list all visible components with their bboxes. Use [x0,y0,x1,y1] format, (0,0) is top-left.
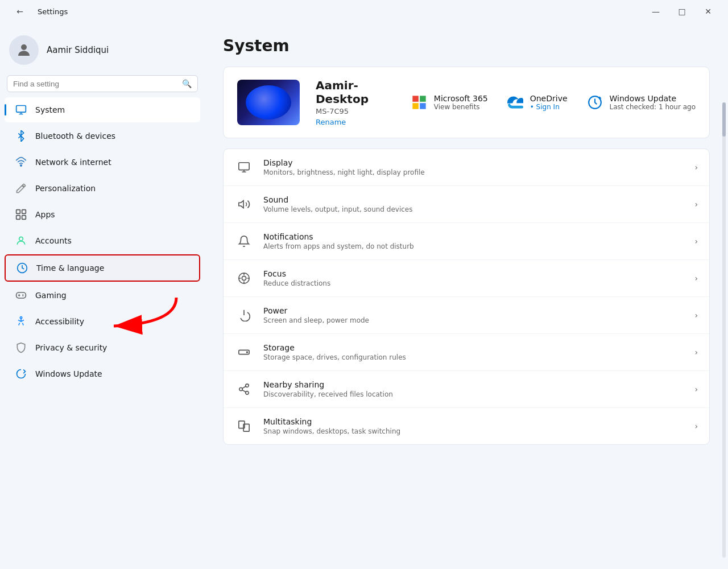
search-box[interactable]: 🔍 [7,75,198,92]
sidebar-item-accounts[interactable]: Accounts [5,228,200,253]
sidebar-item-personalization[interactable]: Personalization [5,176,200,201]
power-name: Power [263,306,684,315]
nearby-sharing-name: Nearby sharing [263,380,684,389]
windows-update-service-icon [586,93,604,112]
avatar [9,35,39,65]
close-button[interactable]: ✕ [695,2,721,20]
windows-update-icon [15,368,27,380]
microsoft365-info: Microsoft 365 View benefits [434,94,488,111]
sidebar-item-time-language-label: Time & language [36,263,104,273]
search-input[interactable] [13,80,177,88]
svg-point-22 [247,352,248,353]
focus-desc: Reduce distractions [263,279,684,287]
focus-name: Focus [263,269,684,278]
sidebar-item-accounts-label: Accounts [35,236,72,245]
svg-rect-5 [16,216,20,220]
page-title: System [223,36,710,55]
personalization-icon [15,182,27,195]
service-onedrive[interactable]: OneDrive • Sign In [506,93,568,112]
setting-notifications[interactable]: Notifications Alerts from apps and syste… [224,223,709,260]
power-chevron: › [694,311,698,320]
sound-text: Sound Volume levels, output, input, soun… [263,195,684,213]
sound-name: Sound [263,195,684,204]
setting-focus[interactable]: Focus Reduce distractions › [224,260,709,297]
sidebar-item-gaming[interactable]: Gaming [5,283,200,308]
setting-storage[interactable]: Storage Storage space, drives, configura… [224,334,709,371]
display-chevron: › [694,163,698,172]
storage-desc: Storage space, drives, configuration rul… [263,353,684,361]
sound-chevron: › [694,200,698,209]
sidebar-item-apps[interactable]: Apps [5,202,200,227]
scrollbar-track[interactable] [722,102,726,558]
svg-point-23 [246,384,249,387]
back-button[interactable]: ← [7,2,33,20]
svg-line-26 [242,390,246,392]
svg-rect-16 [239,163,249,170]
device-info: Aamir-Desktop MS-7C95 Rename [316,79,394,126]
back-icon: ← [16,7,23,16]
power-icon [235,306,253,324]
svg-rect-6 [22,216,26,220]
setting-nearby-sharing[interactable]: Nearby sharing Discoverability, received… [224,371,709,408]
scrollbar-thumb[interactable] [722,102,726,137]
microsoft365-sub: View benefits [434,103,488,111]
device-image [237,80,300,125]
accessibility-icon [15,315,27,328]
device-services: Microsoft 365 View benefits OneDrive [410,93,696,112]
svg-rect-14 [420,103,426,109]
sidebar-item-windows-update[interactable]: Windows Update [5,361,200,386]
setting-sound[interactable]: Sound Volume levels, output, input, soun… [224,186,709,223]
windows-update-service-sub: Last checked: 1 hour ago [610,103,696,111]
svg-point-10 [20,317,22,319]
sidebar-item-accessibility[interactable]: Accessibility [5,309,200,334]
nearby-sharing-desc: Discoverability, received files location [263,390,684,398]
display-icon [235,158,253,176]
display-name: Display [263,158,684,167]
minimize-button[interactable]: — [643,2,669,20]
sidebar-item-personalization-label: Personalization [35,184,96,193]
user-section[interactable]: Aamir Siddiqui [0,27,205,75]
nearby-sharing-chevron: › [694,385,698,394]
device-rename[interactable]: Rename [316,118,394,126]
sidebar-item-system[interactable]: System [5,97,200,122]
sidebar-item-privacy-security[interactable]: Privacy & security [5,335,200,360]
privacy-security-icon [15,341,27,354]
svg-rect-13 [412,103,419,109]
power-desc: Screen and sleep, power mode [263,316,684,324]
setting-display[interactable]: Display Monitors, brightness, night ligh… [224,149,709,186]
titlebar-left: ← Settings [7,2,68,20]
notifications-chevron: › [694,237,698,246]
main-content: System Aamir-Desktop MS-7C95 Rename [205,23,728,569]
sidebar-item-system-label: System [35,105,65,114]
service-microsoft365[interactable]: Microsoft 365 View benefits [410,93,488,112]
setting-multitasking[interactable]: Multitasking Snap windows, desktops, tas… [224,408,709,444]
svg-rect-12 [420,96,426,102]
multitasking-icon [235,417,253,435]
sidebar-item-time-language[interactable]: Time & language [5,254,200,282]
titlebar: ← Settings — □ ✕ [0,0,728,23]
sidebar-item-accessibility-label: Accessibility [35,317,84,326]
windows-update-service-info: Windows Update Last checked: 1 hour ago [610,94,696,111]
setting-power[interactable]: Power Screen and sleep, power mode › [224,297,709,334]
sidebar-item-network[interactable]: Network & internet [5,150,200,175]
service-windows-update[interactable]: Windows Update Last checked: 1 hour ago [586,93,696,112]
gaming-icon [15,289,27,302]
multitasking-desc: Snap windows, desktops, task switching [263,427,684,435]
onedrive-sub: • Sign In [530,103,568,111]
time-language-icon [16,262,28,274]
accounts-icon [15,234,27,247]
multitasking-text: Multitasking Snap windows, desktops, tas… [263,417,684,435]
display-desc: Monitors, brightness, night light, displ… [263,168,684,176]
settings-list: Display Monitors, brightness, night ligh… [223,149,710,445]
nearby-sharing-icon [235,380,253,398]
app-title: Settings [38,7,68,16]
sidebar-item-network-label: Network & internet [35,158,111,167]
sidebar-item-gaming-label: Gaming [35,291,67,300]
svg-rect-4 [22,210,26,214]
power-text: Power Screen and sleep, power mode [263,306,684,324]
window-controls: — □ ✕ [643,2,721,20]
storage-chevron: › [694,348,698,357]
system-icon [15,104,27,116]
sidebar-item-bluetooth[interactable]: Bluetooth & devices [5,123,200,149]
maximize-button[interactable]: □ [669,2,695,20]
